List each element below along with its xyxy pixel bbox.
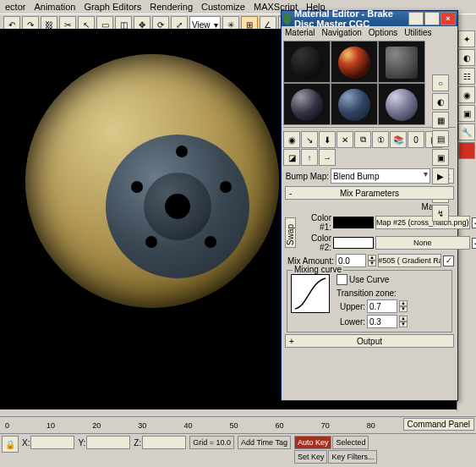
mix-amount-label: Mix Amount: <box>285 256 334 266</box>
set-key-button[interactable]: Set Key <box>294 450 328 464</box>
close-button[interactable]: × <box>440 12 456 25</box>
tick: 60 <box>276 421 284 430</box>
lower-spinner[interactable]: 0.3 <box>367 315 397 328</box>
background-button[interactable]: ▦ <box>432 112 449 129</box>
menu-item[interactable]: Utilities <box>404 28 431 37</box>
material-editor-icon <box>283 13 291 25</box>
lock-selection-button[interactable]: 🔒 <box>2 436 19 453</box>
command-panel-label[interactable]: Command Panel <box>403 418 474 431</box>
color2-map-enable[interactable]: ✓ <box>472 238 476 249</box>
menu-item[interactable]: Options <box>369 28 397 37</box>
ref-coord-label: View <box>192 20 211 30</box>
sample-slot-5[interactable] <box>331 83 378 125</box>
x-field[interactable] <box>30 436 74 449</box>
tick: 10 <box>47 421 55 430</box>
sample-slot-2[interactable] <box>331 41 378 83</box>
material-editor-menu[interactable]: Material Navigation Options Utilities <box>282 26 457 39</box>
color1-map-enable[interactable]: ✓ <box>472 217 476 228</box>
mix-amount-spin-buttons[interactable]: ▲▼ <box>368 255 376 266</box>
add-time-tag-button[interactable]: Add Time Tag <box>238 436 291 449</box>
mix-amount-map-enable[interactable]: ✓ <box>443 255 454 266</box>
bump-map-label: Bump Map: <box>285 172 329 181</box>
tick: 20 <box>92 421 101 430</box>
color2-map-button[interactable]: None <box>375 236 470 250</box>
color1-swatch[interactable] <box>333 217 374 228</box>
select-by-mat-button[interactable]: ↯ <box>432 205 449 222</box>
upper-spin-buttons[interactable]: ▲▼ <box>399 300 408 312</box>
minimize-button[interactable]: _ <box>408 12 424 25</box>
material-toolbar: ◉ ↘ ⬇ ✕ ⧉ ① 📚 0 ▦ ◪ ↑ → <box>282 129 457 168</box>
color-swatch[interactable] <box>458 142 475 159</box>
color1-label: Color #1: <box>298 213 331 232</box>
sample-uv-button[interactable]: ▤ <box>432 130 449 147</box>
tick: 50 <box>229 421 238 430</box>
menu-item[interactable]: Navigation <box>322 28 362 37</box>
menu-item[interactable]: Animation <box>34 2 75 12</box>
use-curve-checkbox[interactable] <box>336 274 347 285</box>
map-name-value: Blend Bump <box>333 172 379 181</box>
mix-parameters-rollout[interactable]: Mix Parameters <box>285 186 454 200</box>
sample-type-button[interactable]: ○ <box>432 74 449 91</box>
sample-slot-1[interactable] <box>283 41 331 83</box>
make-unique-button[interactable]: ① <box>372 131 389 148</box>
window-title: Material Editor - Brake Disc Master CGC <box>294 8 408 29</box>
get-material-button[interactable]: ◉ <box>283 131 300 148</box>
sample-slot-4[interactable] <box>283 83 331 125</box>
x-coord: X: <box>22 436 74 449</box>
make-copy-button[interactable]: ⧉ <box>354 131 371 148</box>
utilities-tab[interactable]: 🔧 <box>458 124 475 140</box>
tick: 0 <box>5 421 9 430</box>
motion-tab[interactable]: ◉ <box>458 86 475 103</box>
menu-item[interactable]: Graph Editors <box>84 2 141 12</box>
menu-item[interactable]: Customize <box>201 2 245 12</box>
transition-zone-label: Transition zone: <box>336 288 448 298</box>
put-to-library-button[interactable]: 📚 <box>390 131 407 148</box>
material-id-button[interactable]: 0 <box>408 131 424 148</box>
z-field[interactable] <box>142 436 186 449</box>
bolt-hole <box>220 181 232 193</box>
status-bar: 🔒 X: Y: Z: Grid = 10.0 Add Time Tag Auto… <box>0 433 476 467</box>
bolt-hole <box>205 236 216 248</box>
mixing-curve-preview <box>291 274 330 313</box>
tick: 40 <box>183 421 192 430</box>
assign-to-selection-button[interactable]: ⬇ <box>319 131 336 148</box>
display-tab[interactable]: ▣ <box>458 105 475 122</box>
reset-map-button[interactable]: ✕ <box>336 131 353 148</box>
maximize-button[interactable]: □ <box>424 12 440 25</box>
put-to-scene-button[interactable]: ↘ <box>301 131 318 148</box>
material-editor-titlebar[interactable]: Material Editor - Brake Disc Master CGC … <box>282 11 457 26</box>
sample-slot-6[interactable] <box>378 83 425 125</box>
menu-item[interactable]: Rendering <box>150 2 193 12</box>
show-end-result-button[interactable]: ◪ <box>283 149 300 166</box>
swap-button[interactable]: Swap <box>285 217 296 248</box>
create-tab[interactable]: ✦ <box>458 30 475 47</box>
tick: 30 <box>138 421 146 430</box>
y-field[interactable] <box>86 436 130 449</box>
lower-spin-buttons[interactable]: ▲▼ <box>399 316 408 327</box>
lower-label: Lower: <box>336 317 365 327</box>
sample-slot-3[interactable] <box>378 41 425 83</box>
upper-label: Upper: <box>336 302 365 311</box>
map-name-dropdown[interactable]: Blend Bump <box>331 168 430 184</box>
video-check-button[interactable]: ▣ <box>432 149 449 166</box>
modify-tab[interactable]: ◐ <box>458 49 475 66</box>
preview-button[interactable]: ▶ <box>432 168 449 184</box>
brake-disc-center-hole <box>165 194 190 219</box>
z-coord: Z: <box>134 436 186 449</box>
key-mode-dropdown[interactable]: Selected <box>332 436 369 449</box>
go-forward-button[interactable]: → <box>319 149 336 166</box>
output-rollout[interactable]: Output <box>285 334 454 348</box>
z-label: Z: <box>134 438 141 448</box>
menu-item[interactable]: ector <box>5 2 25 12</box>
use-curve-label: Use Curve <box>349 275 389 284</box>
auto-key-button[interactable]: Auto Key <box>294 436 332 449</box>
mix-amount-map-button[interactable]: Map #505 ( Gradient Ramp ) <box>378 254 441 267</box>
go-parent-button[interactable]: ↑ <box>301 149 318 166</box>
hierarchy-tab[interactable]: ☷ <box>458 68 475 85</box>
menu-item[interactable]: Material <box>285 28 315 37</box>
bolt-hole <box>145 236 157 248</box>
color2-swatch[interactable] <box>333 237 374 249</box>
key-filters-button[interactable]: Key Filters... <box>328 450 377 464</box>
upper-spinner[interactable]: 0.7 <box>367 299 397 313</box>
backlight-button[interactable]: ◐ <box>432 93 449 110</box>
